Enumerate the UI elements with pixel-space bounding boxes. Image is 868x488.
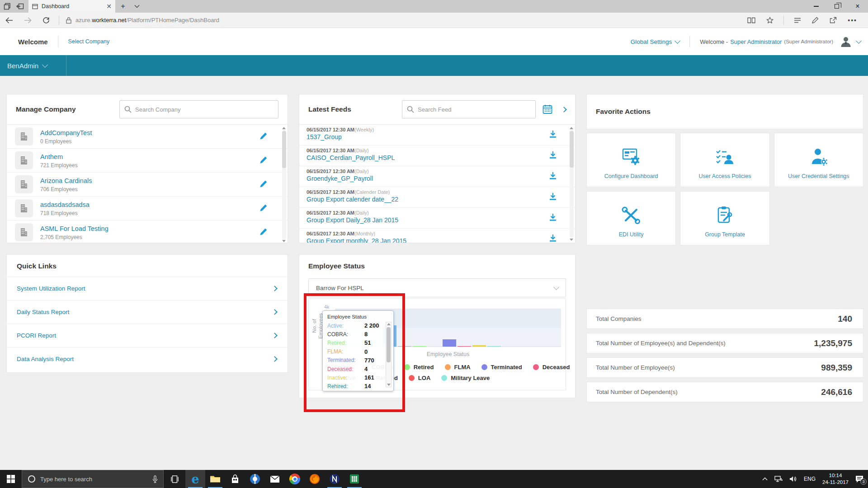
feed-row[interactable]: 06/15/2017 12:30 AM(Weekly) 1537_Group [299,125,575,145]
company-name-link[interactable]: Arizona Cardinals [40,177,92,184]
avatar[interactable] [840,35,852,48]
refresh-button[interactable] [37,17,55,24]
taskbar-search-box[interactable]: Type here to search [22,470,164,488]
download-icon[interactable] [549,213,557,221]
microphone-icon[interactable] [152,475,158,483]
taskbar-dark-blue-app-icon[interactable] [325,470,344,488]
feeds-next-chevron-icon[interactable] [561,107,567,113]
legend-item[interactable]: Military Leave [441,375,490,381]
hub-icon[interactable] [789,18,806,23]
address-bar[interactable]: azure.workterra.net/Platform/PTHomePage/… [75,17,219,23]
edit-pencil-icon[interactable] [259,204,268,212]
user-menu-chevron-icon[interactable] [856,38,862,44]
action-center-icon[interactable]: 3 [855,475,863,483]
download-icon[interactable] [549,172,557,180]
volume-icon[interactable] [789,476,797,482]
feed-search-input[interactable] [418,106,531,113]
new-tab-button[interactable]: + [115,0,131,13]
taskbar-file-explorer-icon[interactable] [205,470,225,488]
taskbar-edge-icon[interactable]: e [185,470,205,488]
quick-link-row[interactable]: Data Analysis Report [7,347,288,371]
feed-name-link[interactable]: Groendyke_GP_Payroll [307,175,373,182]
share-icon[interactable] [825,17,841,23]
tile-group-template[interactable]: Group Template [680,191,769,245]
global-settings-menu[interactable]: Global Settings [631,38,680,45]
tile-user-credential-settings[interactable]: User Credential Settings [774,133,863,187]
tab-list-chevron-icon[interactable] [131,0,143,13]
company-name-link[interactable]: AddCompanyTest [40,129,92,136]
feed-row[interactable]: 06/15/2017 12:30 AM(Daily) CAISO_Cerdian… [299,145,575,166]
more-options-icon[interactable]: ••• [843,17,862,24]
taskbar-clock[interactable]: 10:14 24-11-2017 [822,472,849,486]
feed-list-scrollbar[interactable] [569,126,574,242]
legend-item[interactable]: Deceased [533,364,570,371]
quick-link[interactable]: System Utilization Report [17,285,85,292]
forward-button[interactable] [19,17,37,23]
company-row[interactable]: asdasdasdsadsa718 Employees [7,197,288,221]
quick-link-row[interactable]: PCORI Report [7,324,288,347]
edit-pencil-icon[interactable] [259,132,268,140]
feed-name-link[interactable]: Group Export Daily_28 Jan 2015 [307,216,398,224]
feed-row[interactable]: 06/15/2017 12:30 AM(Monthly) Group Expor… [299,229,575,243]
task-view-button[interactable] [164,470,185,488]
company-name-link[interactable]: ASML For Load Testing [40,225,108,232]
window-restore-button[interactable] [826,0,847,13]
legend-item[interactable]: Terminated [481,364,522,371]
back-button[interactable] [0,17,19,23]
taskbar-store-icon[interactable] [225,470,245,488]
start-button[interactable] [0,470,22,488]
company-row[interactable]: AddCompanyTest0 Employees [7,125,288,149]
company-selector-dropdown[interactable]: Barrow For HSPL [308,278,566,297]
company-name-link[interactable]: Anthem [40,153,63,160]
window-close-button[interactable]: × [847,0,868,13]
company-name-link[interactable]: asdasdasdsadsa [40,201,90,208]
tile-configure-dashboard[interactable]: Configure Dashboard [586,133,676,187]
company-search-input[interactable] [135,106,274,113]
company-row[interactable]: ASML For Load Testing2,705 Employees [7,221,288,243]
company-row[interactable]: Arizona Cardinals706 Employees [7,173,288,197]
download-icon[interactable] [549,234,557,242]
web-note-pen-icon[interactable] [807,17,823,23]
company-list-scrollbar[interactable] [281,126,287,243]
download-icon[interactable] [549,151,557,159]
window-minimize-button[interactable] [806,0,826,13]
user-name-link[interactable]: Super Administrator [730,38,782,45]
feed-row[interactable]: 06/15/2017 12:30 AM(Daily) Groendyke_GP_… [299,166,575,187]
set-tabs-aside-icon[interactable] [16,3,24,10]
feed-row[interactable]: 06/15/2017 12:30 AM(Calender Date) Group… [299,187,575,208]
calendar-icon[interactable] [542,104,553,115]
quick-link-row[interactable]: System Utilization Report [7,277,288,300]
site-lock-icon[interactable] [66,17,72,24]
taskbar-chrome-icon[interactable] [285,470,305,488]
quick-link[interactable]: Daily Status Report [17,309,69,315]
favorites-star-icon[interactable] [762,17,778,24]
feed-row[interactable]: 06/15/2017 12:30 AM(Daily) Group Export … [299,208,575,229]
quick-link[interactable]: Data Analysis Report [17,356,74,362]
edit-pencil-icon[interactable] [259,156,268,164]
tab-preview-icon[interactable] [4,3,11,10]
edit-pencil-icon[interactable] [259,228,268,236]
taskbar-mail-icon[interactable] [265,470,285,488]
legend-item[interactable]: LOA [409,375,430,381]
edit-pencil-icon[interactable] [259,180,268,188]
taskbar-firefox-icon[interactable] [305,470,325,488]
language-indicator[interactable]: ENG [804,476,816,482]
legend-item[interactable]: FLMA [445,364,471,371]
network-icon[interactable] [774,476,783,482]
feed-name-link[interactable]: Group Export monthly_28 Jan 2015 [307,237,406,243]
quick-link-row[interactable]: Daily Status Report [7,300,288,324]
tray-expand-chevron-icon[interactable] [762,477,768,481]
quick-link[interactable]: PCORI Report [17,332,56,339]
feed-name-link[interactable]: CAISO_Cerdian_Payroll_HSPL [307,154,395,161]
legend-item[interactable]: Retired [404,364,434,371]
reading-view-icon[interactable] [743,17,760,23]
browser-tab-dashboard[interactable]: Dashboard ✕ [28,0,115,13]
nav-benadmin-menu[interactable]: BenAdmin [7,62,60,70]
download-icon[interactable] [549,130,557,138]
feed-name-link[interactable]: Group Export calender date__22 [307,196,398,203]
tooltip-scrollbar[interactable] [386,322,392,387]
select-company-link[interactable]: Select Company [68,38,110,45]
feed-name-link[interactable]: 1537_Group [307,133,342,141]
tab-close-icon[interactable]: ✕ [106,3,112,10]
download-icon[interactable] [549,192,557,201]
